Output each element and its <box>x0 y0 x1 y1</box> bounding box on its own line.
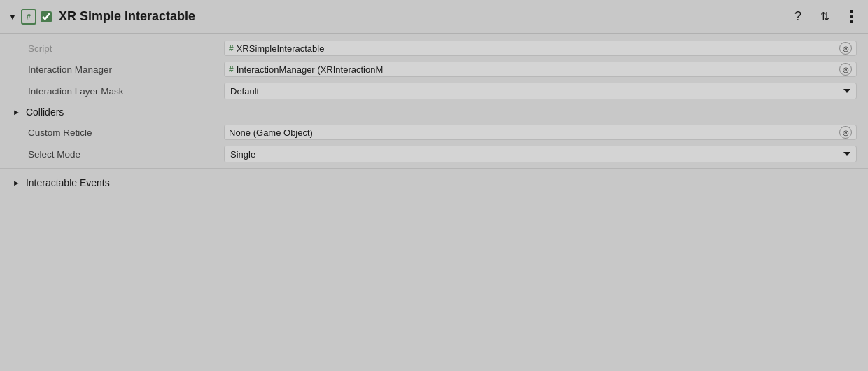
script-value: # XRSimpleInteractable ◎ <box>224 41 857 56</box>
custom-reticle-field[interactable]: None (Game Object) ◎ <box>224 125 857 140</box>
more-options-icon[interactable]: ⋮ <box>843 8 860 25</box>
interaction-manager-target-icon[interactable]: ◎ <box>839 63 852 76</box>
component-header: ▼ # XR Simple Interactable ? ⇅ ⋮ <box>0 0 868 34</box>
interaction-manager-label: Interaction Manager <box>28 64 224 75</box>
custom-reticle-field-text: None (Game Object) <box>229 127 836 138</box>
interaction-manager-value: # InteractionManager (XRInteractionM ◎ <box>224 62 857 77</box>
script-hash-icon: # <box>229 43 234 53</box>
properties-area: Script # XRSimpleInteractable ◎ Interact… <box>0 34 868 371</box>
interaction-layer-mask-dropdown-text: Default <box>230 86 844 97</box>
header-icons: ? ⇅ ⋮ <box>790 8 860 25</box>
custom-reticle-row: Custom Reticle None (Game Object) ◎ <box>0 122 868 143</box>
script-field-text: XRSimpleInteractable <box>237 43 836 54</box>
script-field[interactable]: # XRSimpleInteractable ◎ <box>224 41 857 56</box>
select-mode-value: Single <box>224 146 857 162</box>
select-mode-dropdown[interactable]: Single <box>224 146 857 162</box>
collapse-arrow[interactable]: ▼ <box>8 12 17 22</box>
interaction-manager-field[interactable]: # InteractionManager (XRInteractionM ◎ <box>224 62 857 77</box>
component-script-icon: # <box>21 9 36 24</box>
colliders-arrow: ► <box>13 108 20 116</box>
custom-reticle-target-icon[interactable]: ◎ <box>839 126 852 139</box>
select-mode-dropdown-text: Single <box>230 149 844 160</box>
script-property-row: Script # XRSimpleInteractable ◎ <box>0 38 868 59</box>
interaction-layer-mask-value: Default <box>224 83 857 99</box>
interaction-layer-mask-dropdown-arrow <box>844 89 850 93</box>
script-target-icon[interactable]: ◎ <box>839 42 852 55</box>
select-mode-dropdown-arrow <box>844 152 850 156</box>
interaction-layer-mask-dropdown[interactable]: Default <box>224 83 857 99</box>
colliders-section[interactable]: ► Colliders <box>0 102 868 122</box>
inspector-panel: ▼ # XR Simple Interactable ? ⇅ ⋮ Script … <box>0 0 868 371</box>
section-divider <box>0 168 868 169</box>
interaction-layer-mask-row: Interaction Layer Mask Default <box>0 80 868 102</box>
component-enable-checkbox[interactable] <box>41 11 52 22</box>
custom-reticle-label: Custom Reticle <box>28 127 224 138</box>
component-title: XR Simple Interactable <box>59 9 790 24</box>
settings-sliders-icon[interactable]: ⇅ <box>816 8 833 25</box>
help-icon[interactable]: ? <box>790 8 806 25</box>
interactable-events-section[interactable]: ► Interactable Events <box>0 172 868 194</box>
interactable-events-label: Interactable Events <box>26 177 110 188</box>
custom-reticle-value: None (Game Object) ◎ <box>224 125 857 140</box>
interaction-layer-mask-label: Interaction Layer Mask <box>28 86 224 97</box>
interaction-manager-row: Interaction Manager # InteractionManager… <box>0 59 868 80</box>
interactable-events-arrow: ► <box>13 178 20 187</box>
interaction-manager-field-text: InteractionManager (XRInteractionM <box>237 64 836 75</box>
interaction-manager-hash-icon: # <box>229 64 234 74</box>
select-mode-label: Select Mode <box>28 149 224 160</box>
script-label: Script <box>28 43 224 54</box>
colliders-label: Colliders <box>26 106 64 118</box>
select-mode-row: Select Mode Single <box>0 143 868 165</box>
